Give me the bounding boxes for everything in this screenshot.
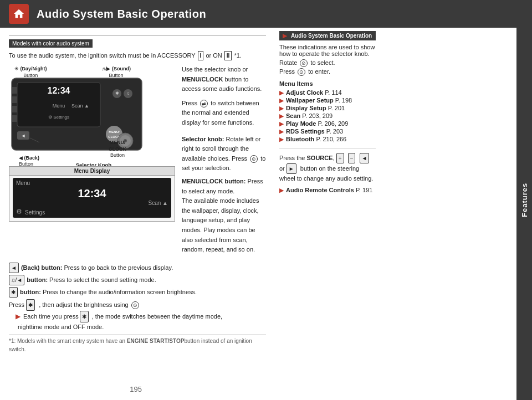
press-icon: ⊙ bbox=[298, 68, 305, 76]
menu-scan: Scan ▲ bbox=[16, 200, 168, 206]
menu-clock-desc: MENU/CLOCK button: Press to select any m… bbox=[182, 177, 266, 255]
sound-button-desc: ♫/◄ button: Press to select the sound se… bbox=[9, 275, 266, 285]
accessory-key: I bbox=[198, 51, 204, 60]
right-col: Use the selector knob or MENU/CLOCK butt… bbox=[182, 65, 266, 258]
settings-label: Settings bbox=[25, 209, 45, 216]
left-col: ✳ (Day/Night)Button ♬/▶ (Sound)Button Me… bbox=[9, 65, 175, 258]
page-title: Audio System Basic Operation bbox=[37, 8, 206, 20]
button-descriptions: ◄ (Back) button: Press to go back to the… bbox=[9, 263, 266, 332]
brightness-dial-icon: ⊙ bbox=[131, 301, 139, 309]
content-area: Models with color audio system To use th… bbox=[0, 28, 275, 400]
plus-icon: + bbox=[336, 153, 344, 163]
svg-rect-9 bbox=[12, 115, 17, 122]
menu-time: 12:34 bbox=[16, 187, 168, 200]
menu-item-wallpaper: ▶ Wallpaper Setup P. 198 bbox=[279, 97, 376, 104]
back-btn-icon: ◄ bbox=[9, 263, 19, 273]
gear-icon: ⚙ bbox=[16, 208, 22, 216]
minus-icon: − bbox=[348, 153, 356, 163]
next-icon: ► bbox=[287, 163, 296, 174]
right-intro: These indications are used to show how t… bbox=[279, 44, 376, 57]
ignition-note: To use the audio system, the ignition sw… bbox=[9, 51, 266, 60]
main-two-col: ✳ (Day/Night)Button ♬/▶ (Sound)Button Me… bbox=[9, 65, 266, 258]
svg-text:⚙ Settings: ⚙ Settings bbox=[48, 115, 69, 120]
menu-items-title: Menu Items bbox=[279, 80, 376, 87]
menu-item-adjust-clock: ▶ Adjust Clock P. 114 bbox=[279, 89, 376, 96]
menu-item-display-setup: ▶ Display Setup P. 201 bbox=[279, 105, 376, 111]
svg-text:12:34: 12:34 bbox=[48, 86, 70, 95]
svg-rect-7 bbox=[12, 96, 17, 103]
svg-text:MENU/: MENU/ bbox=[109, 130, 120, 134]
on-key: II bbox=[224, 51, 232, 60]
menu-item-bluetooth: ▶ Bluetooth P. 210, 266 bbox=[279, 136, 376, 142]
brightness-btn-icon: ✱ bbox=[26, 299, 35, 311]
device-diagram: ✳ (Day/Night)Button ♬/▶ (Sound)Button Me… bbox=[9, 65, 164, 169]
page-number: 195 bbox=[130, 385, 142, 393]
menu-clock-label: MENU/CLOCKButton bbox=[109, 140, 126, 159]
rotate-icon: ⊙ bbox=[300, 59, 308, 67]
menu-display-box: Menu Display Menu 12:34 Scan ▲ ⚙ Setting… bbox=[9, 166, 175, 222]
right-panel: ▶ Audio System Basic Operation These ind… bbox=[275, 28, 532, 400]
right-header-icon: ▶ bbox=[283, 33, 287, 39]
menu-items-list: ▶ Adjust Clock P. 114 ▶ Wallpaper Setup … bbox=[279, 89, 376, 142]
right-bottom-text: Press the SOURCE, + − ◄ or ► button on t… bbox=[279, 148, 376, 194]
set-icon: ⊙ bbox=[250, 155, 258, 163]
svg-text:✱: ✱ bbox=[115, 91, 119, 96]
header-rule bbox=[9, 35, 266, 36]
daynight-button-desc: ✱ button: Press to change the audio/info… bbox=[9, 287, 266, 298]
main-layout: Models with color audio system To use th… bbox=[0, 28, 532, 400]
menu-item-play-mode: ▶ Play Mode P. 206, 209 bbox=[279, 120, 376, 127]
sound-btn-icon: ♫/◄ bbox=[9, 275, 24, 285]
features-tab: Features bbox=[516, 28, 532, 400]
back-button-desc: ◄ (Back) button: Press to go back to the… bbox=[9, 263, 266, 273]
menu-item-rds: ▶ RDS Settings P. 203 bbox=[279, 128, 376, 135]
right-panel-inner: ▶ Audio System Basic Operation These ind… bbox=[275, 28, 380, 400]
use-selector-note: Use the selector knob or MENU/CLOCK butt… bbox=[182, 65, 266, 94]
audio-remote-item: ▶ Audio Remote Controls P. 191 bbox=[279, 186, 376, 195]
menu-display-header: Menu Display bbox=[9, 167, 175, 176]
daynight-btn-icon: ✱ bbox=[9, 287, 18, 298]
svg-text:♫: ♫ bbox=[126, 91, 130, 96]
home-icon[interactable] bbox=[9, 4, 29, 24]
each-time-icon: ✱ bbox=[80, 311, 89, 322]
menu-item-scan: ▶ Scan P. 203, 209 bbox=[279, 112, 376, 119]
svg-text:◄: ◄ bbox=[21, 133, 26, 139]
models-badge: Models with color audio system bbox=[9, 39, 93, 48]
brightness-note: Press ✱ , then adjust the brightness usi… bbox=[9, 299, 266, 311]
page-header: Audio System Basic Operation bbox=[0, 0, 532, 28]
svg-rect-6 bbox=[12, 87, 17, 94]
right-header-text: Audio System Basic Operation bbox=[291, 33, 372, 39]
menu-label: Menu bbox=[16, 180, 168, 186]
press-switch-note: Press ⇌ to switch between the normal and… bbox=[182, 99, 266, 128]
device-svg: Menu 12:34 Scan ▲ ⚙ Settings ✱ ♫ bbox=[9, 77, 164, 163]
each-time-line2: nighttime mode and OFF mode. bbox=[18, 322, 266, 332]
right-rotate: Rotate ⊙ to select. bbox=[279, 59, 376, 67]
menu-display-screen: Menu 12:34 Scan ▲ ⚙ Settings bbox=[13, 178, 171, 218]
svg-text:Scan ▲: Scan ▲ bbox=[71, 103, 89, 109]
footnote: *1: Models with the smart entry system h… bbox=[9, 334, 266, 353]
right-content-header: ▶ Audio System Basic Operation bbox=[279, 31, 376, 40]
svg-rect-8 bbox=[12, 106, 17, 112]
switch-icon: ⇌ bbox=[200, 100, 208, 107]
svg-text:Menu: Menu bbox=[53, 103, 65, 109]
each-time-note: ▶ Each time you press ✱ , the mode switc… bbox=[16, 311, 266, 322]
prev-icon: ◄ bbox=[360, 153, 370, 163]
selector-knob-desc: Selector knob: Rotate left or right to s… bbox=[182, 135, 266, 173]
right-press: Press ⊙ to enter. bbox=[279, 68, 376, 76]
